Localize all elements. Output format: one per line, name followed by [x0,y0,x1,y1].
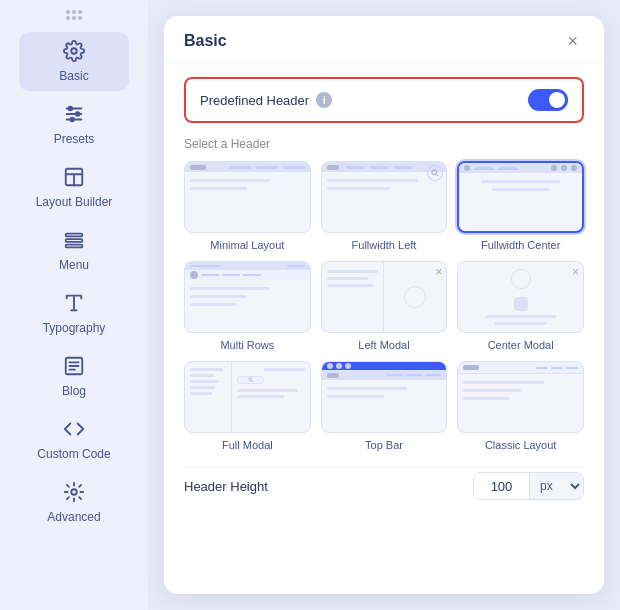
svg-line-23 [251,381,253,383]
header-option-center-modal[interactable]: × Center Modal [457,261,584,351]
header-option-fullwidth-left[interactable]: Fullwidth Left [321,161,448,251]
drag-dot [72,10,76,14]
thumb-line [287,265,305,267]
blog-icon [63,355,85,380]
main-panel: Basic × Predefined Header i Select a Hea… [148,0,620,610]
header-option-top-bar[interactable]: Top Bar [321,361,448,451]
modal-header: Basic × [164,16,604,63]
svg-point-4 [69,107,73,111]
thumb-content [481,180,560,183]
thumb-line [190,380,219,383]
thumb-content [190,303,236,306]
thumb-line [551,367,563,369]
svg-point-20 [432,170,437,175]
sidebar-item-label-menu: Menu [59,258,89,272]
drag-handle [66,10,82,20]
thumb-body [458,374,583,432]
thumb-line [190,265,220,267]
sidebar-item-label-blog: Blog [62,384,86,398]
thumb-line [370,166,388,169]
header-options-grid: Minimal Layout [184,161,584,451]
close-button[interactable]: × [561,30,584,52]
header-thumb-fullwidth-center [457,161,584,233]
header-height-input[interactable] [474,474,529,499]
header-option-label-fullwidth-left: Fullwidth Left [352,239,417,251]
sidebar-item-label-basic: Basic [59,69,88,83]
thumb-content [190,179,270,182]
thumb-body [322,172,447,232]
sidebar-item-layout-builder[interactable]: Layout Builder [19,158,129,217]
sliders-icon [63,103,85,128]
thumb-line [283,166,305,169]
thumb-search-box [514,297,528,311]
sidebar-item-basic[interactable]: Basic [19,32,129,91]
thumb-body [185,280,310,332]
thumb-line [327,277,368,280]
thumb-content [463,381,543,384]
header-option-minimal[interactable]: Minimal Layout [184,161,311,251]
svg-rect-12 [66,245,83,248]
predefined-label: Predefined Header i [200,92,332,108]
predefined-header-text: Predefined Header [200,93,309,108]
thumb-top-bar [185,262,310,270]
header-thumb-full-modal [184,361,311,433]
header-option-full-modal[interactable]: Full Modal [184,361,311,451]
svg-point-0 [71,48,77,54]
info-icon[interactable]: i [316,92,332,108]
predefined-header-toggle[interactable] [528,89,568,111]
modal-title: Basic [184,32,227,50]
sidebar-item-custom-code[interactable]: Custom Code [19,410,129,469]
thumb-line [425,374,441,376]
unit-select[interactable]: px % em rem [529,473,583,499]
header-height-input-group: px % em rem [473,472,584,500]
sidebar-item-blog[interactable]: Blog [19,347,129,406]
thumb-logo [463,365,479,370]
thumb-body [322,380,447,432]
sidebar-item-advanced[interactable]: Advanced [19,473,129,532]
thumb-line [201,274,219,276]
thumb-content [463,397,509,400]
sidebar: Basic Presets Layout Builder [0,0,148,610]
header-thumb-center-modal: × [457,261,584,333]
header-option-classic-layout[interactable]: Classic Layout [457,361,584,451]
thumb-content [190,295,247,298]
header-option-label-top-bar: Top Bar [365,439,403,451]
advanced-icon [63,481,85,506]
thumb-line [243,274,261,276]
thumb-line [190,386,215,389]
header-thumb-minimal [184,161,311,233]
thumb-line [387,374,403,376]
thumb-line [222,274,240,276]
typography-icon [63,292,85,317]
thumb-accent-bar [322,362,447,370]
header-option-multi-rows[interactable]: Multi Rows [184,261,311,351]
header-option-fullwidth-center[interactable]: Fullwidth Center [457,161,584,251]
thumb-bar [185,162,310,172]
header-option-left-modal[interactable]: × Left Modal [321,261,448,351]
thumb-right [232,362,309,432]
thumb-circle [404,286,426,308]
header-thumb-multi-rows [184,261,311,333]
thumb-dot [561,165,567,171]
thumb-dot [571,165,577,171]
thumb-left [185,362,232,432]
thumb-content [327,187,390,190]
thumb-line [474,167,494,170]
thumb-line [566,367,578,369]
thumb-body [459,173,582,231]
thumb-line [327,270,378,273]
header-thumb-left-modal: × [321,261,448,333]
header-option-label-center-modal: Center Modal [488,339,554,351]
sidebar-item-presets[interactable]: Presets [19,95,129,154]
thumb-content [327,395,384,398]
thumb-dot [336,363,342,369]
header-option-label-classic-layout: Classic Layout [485,439,557,451]
sidebar-item-menu[interactable]: Menu [19,221,129,280]
thumb-center-panel [477,261,564,333]
thumb-line [498,167,518,170]
thumb-line [190,368,223,371]
drag-dot [78,16,82,20]
thumb-logo [327,165,339,170]
sidebar-item-typography[interactable]: Typography [19,284,129,343]
x-close-icon: × [435,265,442,279]
